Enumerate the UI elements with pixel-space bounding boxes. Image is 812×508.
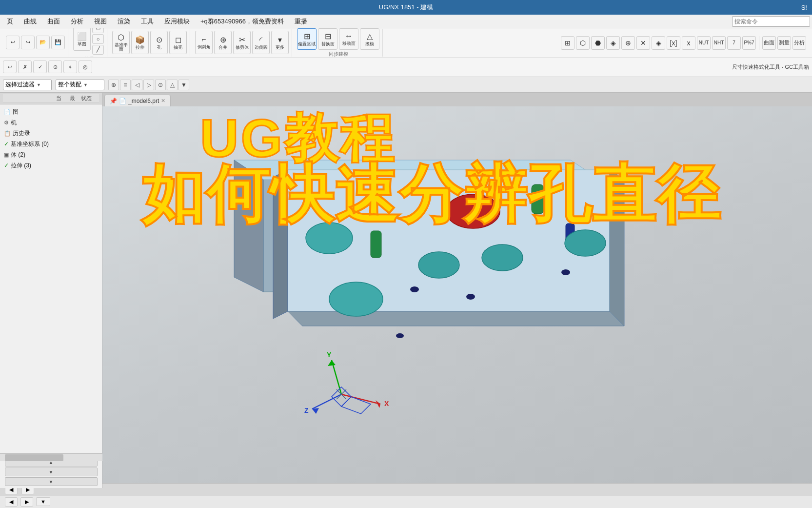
tb-row2-1[interactable]: ↩ bbox=[3, 61, 17, 73]
tab-close-btn[interactable]: ✕ bbox=[161, 98, 165, 104]
svg-marker-25 bbox=[328, 360, 336, 366]
left-scrollbar[interactable] bbox=[0, 453, 102, 461]
tb-move-face[interactable]: ↔ 移动面 bbox=[339, 28, 358, 50]
tb-r4[interactable]: ◈ bbox=[606, 36, 620, 50]
tb-row2-6[interactable]: ◎ bbox=[79, 61, 92, 73]
menu-surface[interactable]: 曲面 bbox=[42, 16, 65, 27]
tab-bar: 📌 📄 _model6.prt ✕ bbox=[102, 93, 171, 106]
search-input[interactable] bbox=[732, 16, 810, 27]
left-arrow-down[interactable]: ▼ bbox=[5, 467, 98, 476]
tb-row2-2[interactable]: ✗ bbox=[18, 61, 32, 73]
tb-r8[interactable]: [x] bbox=[667, 36, 680, 50]
nav-header: 当 最 状态 bbox=[0, 93, 102, 104]
tb-save[interactable]: 💾 bbox=[51, 36, 65, 49]
menu-promo[interactable]: +q群653490966，领免费资料 bbox=[196, 16, 289, 27]
sel-btn-4[interactable]: ▷ bbox=[143, 80, 154, 90]
tb-replace-face[interactable]: ⊟ 替换面 bbox=[318, 28, 337, 50]
tb-draft[interactable]: △ 拔模 bbox=[360, 28, 379, 50]
left-arrow-down2[interactable]: ▼ bbox=[5, 477, 98, 486]
selectorbar: 选择过滤器 ▼ 整个装配 ▼ ⊕ ≡ ◁ ▷ ⊙ △ ▼ bbox=[0, 77, 812, 93]
tb-r1[interactable]: ⊞ bbox=[561, 36, 574, 50]
tb-sketch[interactable]: ⬜ 草图 bbox=[73, 28, 91, 51]
sel-btn-7[interactable]: ▼ bbox=[178, 80, 189, 90]
titlebar-right: S! bbox=[801, 4, 807, 11]
sel-btn-2[interactable]: ≡ bbox=[120, 80, 131, 90]
tb-r9[interactable]: x bbox=[682, 36, 695, 50]
tb-measure[interactable]: 测量 bbox=[777, 36, 791, 50]
tb-num4[interactable]: P%7 bbox=[742, 36, 756, 50]
tb-undo[interactable]: ↩ bbox=[6, 36, 20, 49]
tb-offset-region[interactable]: ⊞ 偏置区域 bbox=[297, 28, 317, 50]
viewport[interactable]: X Y Z UG教程 如何快速分辨孔直径 bbox=[102, 106, 812, 483]
tb-r5[interactable]: ⊕ bbox=[621, 36, 635, 50]
sel-btn-1[interactable]: ⊕ bbox=[108, 80, 119, 90]
nav-item-machine[interactable]: ⚙ 机 bbox=[0, 117, 102, 128]
tb-num1[interactable]: NUT bbox=[697, 36, 711, 50]
statusbar-top: ◀ ▶ bbox=[0, 484, 812, 496]
menu-page[interactable]: 页 bbox=[2, 16, 18, 27]
svg-point-14 bbox=[482, 244, 523, 271]
nav-item-body[interactable]: ▣ 体 (2) bbox=[0, 149, 102, 160]
tb-analysis-btn[interactable]: 分析 bbox=[792, 36, 806, 50]
toolbar-chamfer: ⌐ 倒斜角 ⊕ 合并 ✂ 修剪体 ◜ 边倒圆 ▾ 更多 bbox=[192, 29, 292, 57]
tb-hole[interactable]: ⊙ 孔 bbox=[150, 31, 168, 54]
tb-circle[interactable]: ○ bbox=[92, 34, 104, 44]
tb-redo[interactable]: ↪ bbox=[21, 36, 35, 49]
tb-edge-round[interactable]: ◜ 边倒圆 bbox=[252, 31, 270, 54]
nav-item-body-label: 体 (2) bbox=[11, 151, 25, 159]
status-btn-5[interactable]: ▼ bbox=[36, 497, 50, 506]
tb-row2-4[interactable]: ⊙ bbox=[48, 61, 62, 73]
nav-datum-check: ✓ bbox=[4, 141, 9, 147]
tb-num3[interactable]: 7 bbox=[727, 36, 741, 50]
nav-history-icon: 📋 bbox=[4, 130, 11, 137]
svg-marker-32 bbox=[332, 387, 351, 406]
svg-marker-28 bbox=[312, 408, 319, 414]
sel-btn-5[interactable]: ⊙ bbox=[155, 80, 166, 90]
tb-datum-plane[interactable]: ⬡ 基准平面 bbox=[112, 31, 130, 54]
toolbar-quick-access: ↩ ↪ 📂 💾 bbox=[3, 29, 68, 57]
tb-r6[interactable]: ✕ bbox=[636, 36, 650, 50]
svg-point-11 bbox=[306, 223, 353, 254]
tb-line[interactable]: ╱ bbox=[92, 45, 104, 55]
tb-trim[interactable]: ✂ 修剪体 bbox=[233, 31, 251, 54]
assembly-dropdown[interactable]: 整个装配 ▼ bbox=[56, 80, 104, 90]
tb-row2-3[interactable]: ✓ bbox=[33, 61, 47, 73]
nav-body-icon: ▣ bbox=[4, 152, 9, 158]
tb-merge[interactable]: ⊕ 合并 bbox=[214, 31, 232, 54]
nav-item-extrude[interactable]: ✓ 拉伸 (3) bbox=[0, 160, 102, 171]
nav-item-datum[interactable]: ✓ 基准坐标系 (0) bbox=[0, 139, 102, 149]
status-btn-4[interactable]: ▶ bbox=[20, 497, 33, 507]
nav-item-drawing[interactable]: 📄 图 bbox=[0, 106, 102, 117]
tb-open[interactable]: 📂 bbox=[36, 36, 50, 49]
filter-dropdown[interactable]: 选择过滤器 ▼ bbox=[3, 80, 52, 90]
svg-point-13 bbox=[418, 252, 459, 278]
model-tab[interactable]: 📌 📄 _model6.prt ✕ bbox=[104, 95, 171, 106]
tb-surface[interactable]: 曲面 bbox=[762, 36, 776, 50]
menu-analysis[interactable]: 分析 bbox=[66, 16, 88, 27]
offset-region-icon: ⊞ bbox=[304, 32, 310, 41]
tb-more[interactable]: ▾ 更多 bbox=[271, 31, 289, 54]
tb-rect[interactable]: ▭ bbox=[92, 28, 104, 33]
sel-btn-6[interactable]: △ bbox=[167, 80, 178, 90]
left-scroll-thumb[interactable] bbox=[5, 454, 63, 461]
menu-view[interactable]: 视图 bbox=[89, 16, 112, 27]
tb-r7[interactable]: ◈ bbox=[652, 36, 665, 50]
tb-extrude[interactable]: 📦 拉伸 bbox=[131, 31, 149, 54]
nav-item-history[interactable]: 📋 历史录 bbox=[0, 128, 102, 139]
toolbar: ↩ ↪ 📂 💾 ⬜ 草图 ▭ ○ ╱ 特征 bbox=[0, 28, 812, 77]
menu-apps[interactable]: 应用模块 bbox=[159, 16, 195, 27]
tb-r3[interactable]: ⬣ bbox=[591, 36, 605, 50]
status-btn-3[interactable]: ◀ bbox=[5, 497, 18, 507]
menu-tools[interactable]: 工具 bbox=[136, 16, 158, 27]
tb-row2-5[interactable]: ⌖ bbox=[63, 61, 77, 73]
tb-r2[interactable]: ⬡ bbox=[576, 36, 590, 50]
menu-render[interactable]: 渲染 bbox=[113, 16, 135, 27]
tb-shell[interactable]: ◻ 抽壳 bbox=[169, 31, 187, 54]
tb-chamfer[interactable]: ⌐ 倒斜角 bbox=[195, 31, 213, 54]
replace-face-icon: ⊟ bbox=[325, 32, 331, 41]
menu-curve[interactable]: 曲线 bbox=[19, 16, 41, 27]
sel-btn-3[interactable]: ◁ bbox=[132, 80, 142, 90]
tb-num2[interactable]: NHT bbox=[712, 36, 726, 50]
menu-replay[interactable]: 重播 bbox=[290, 16, 312, 27]
trim-icon: ✂ bbox=[239, 35, 245, 44]
